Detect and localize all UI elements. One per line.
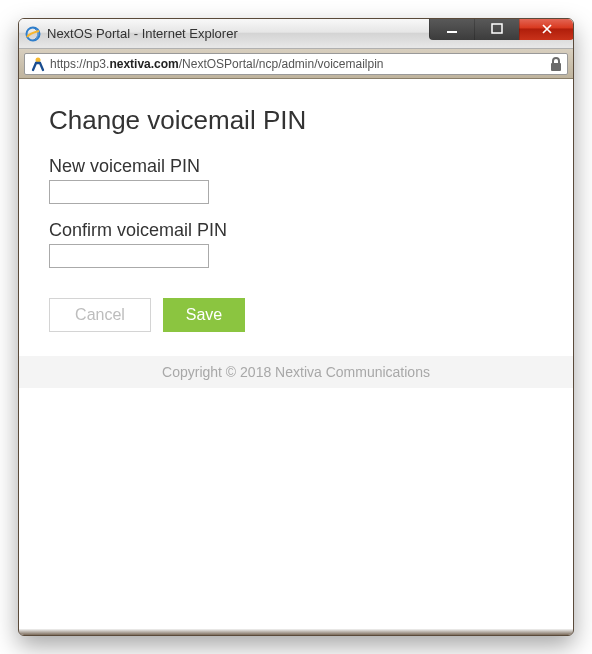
nextiva-favicon-icon — [30, 56, 46, 72]
close-button[interactable] — [519, 18, 574, 40]
minimize-button[interactable] — [429, 18, 474, 40]
window-bottom-frame — [19, 629, 573, 635]
new-pin-label: New voicemail PIN — [49, 156, 543, 177]
lock-icon — [549, 56, 563, 75]
confirm-pin-input[interactable] — [49, 244, 209, 268]
maximize-button[interactable] — [474, 18, 519, 40]
svg-rect-2 — [492, 24, 502, 33]
svg-point-3 — [36, 57, 41, 62]
confirm-pin-label: Confirm voicemail PIN — [49, 220, 543, 241]
titlebar: NextOS Portal - Internet Explorer — [19, 19, 573, 49]
window-controls — [429, 18, 574, 40]
page-heading: Change voicemail PIN — [49, 105, 543, 136]
url-input[interactable]: https://np3.nextiva.com/NextOSPortal/ncp… — [24, 53, 568, 75]
save-button[interactable]: Save — [163, 298, 245, 332]
ie-icon — [25, 26, 41, 42]
url-prefix: https://np3. — [50, 57, 109, 71]
button-row: Cancel Save — [49, 298, 543, 332]
new-pin-input[interactable] — [49, 180, 209, 204]
cancel-button[interactable]: Cancel — [49, 298, 151, 332]
url-domain: nextiva.com — [109, 57, 178, 71]
window-frame: NextOS Portal - Internet Explorer https — [18, 18, 574, 636]
window-title: NextOS Portal - Internet Explorer — [47, 26, 238, 41]
svg-rect-1 — [447, 31, 457, 33]
url-text: https://np3.nextiva.com/NextOSPortal/ncp… — [50, 57, 384, 71]
url-path: /NextOSPortal/ncp/admin/voicemailpin — [179, 57, 384, 71]
address-bar: https://np3.nextiva.com/NextOSPortal/ncp… — [19, 49, 573, 79]
svg-rect-4 — [551, 63, 561, 71]
page-content: Change voicemail PIN New voicemail PIN C… — [19, 79, 573, 408]
footer-copyright: Copyright © 2018 Nextiva Communications — [19, 356, 573, 388]
